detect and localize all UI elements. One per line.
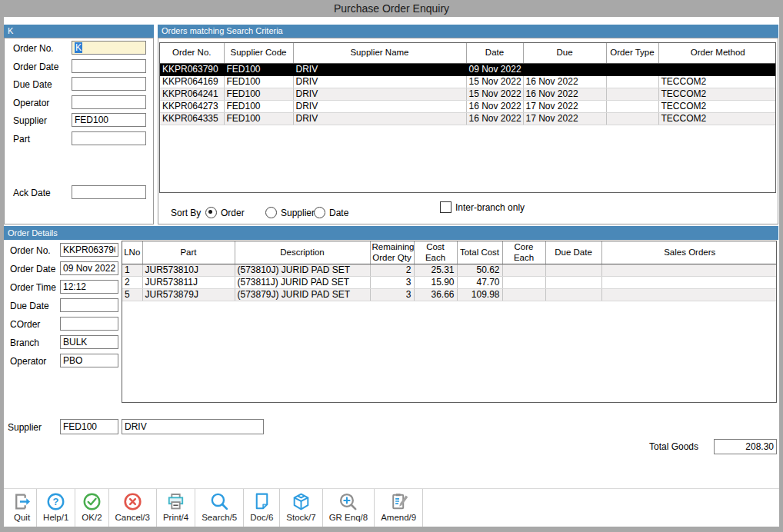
detail-operator-label: Operator xyxy=(10,356,46,367)
sort-order-radio[interactable] xyxy=(205,207,217,218)
order-lines-table: LNo Part Description Remaining Order Qty… xyxy=(122,241,777,403)
inter-branch-label[interactable]: Inter-branch only xyxy=(455,202,525,213)
col-date: Date xyxy=(466,43,523,64)
col-supplier-name: Supplier Name xyxy=(293,43,466,64)
detail-order-time-value[interactable] xyxy=(60,280,118,294)
stock-button[interactable]: Stock/7 xyxy=(280,489,322,527)
document-icon xyxy=(252,491,272,512)
detail-due-date-value[interactable] xyxy=(60,298,118,312)
search-order-no-label: Order No. xyxy=(13,43,54,54)
orders-table: Order No. Supplier Code Supplier Name Da… xyxy=(159,42,776,193)
window-title: Purchase Order Enquiry xyxy=(0,0,783,17)
sort-date-radio[interactable] xyxy=(314,207,325,218)
detail-corder-value[interactable] xyxy=(60,317,118,331)
search-order-date-label: Order Date xyxy=(13,62,58,72)
col-order-type: Order Type xyxy=(606,43,658,64)
stock-box-icon xyxy=(291,491,312,512)
sort-order-label[interactable]: Order xyxy=(221,208,245,218)
search-icon xyxy=(209,491,230,512)
col-remaining-qty: Remaining Order Qty xyxy=(370,241,414,264)
sort-date-label[interactable]: Date xyxy=(329,208,348,218)
toolbar: Quit ? Help/1 OK/2 xyxy=(4,488,779,527)
search-operator-input[interactable] xyxy=(72,95,146,109)
help-icon: ? xyxy=(45,491,66,512)
order-row[interactable]: KKPR064335FED100DRIV 16 Nov 202217 Nov 2… xyxy=(160,113,776,125)
detail-branch-value[interactable] xyxy=(60,335,118,349)
help-button[interactable]: ? Help/1 xyxy=(37,489,75,527)
total-goods-label: Total Goods xyxy=(635,441,698,452)
ok-icon xyxy=(82,491,102,512)
col-cost-each: Cost Each xyxy=(414,241,457,264)
detail-order-date-label: Order Date xyxy=(10,264,55,274)
sort-supplier-label[interactable]: Supplier xyxy=(281,208,315,218)
print-button[interactable]: Print/4 xyxy=(157,489,195,527)
quit-button[interactable]: Quit xyxy=(8,489,37,527)
sort-by-label: Sort By xyxy=(171,208,201,218)
detail-order-no-label: Order No. xyxy=(10,245,51,256)
detail-order-no-value[interactable] xyxy=(60,243,118,257)
col-lno: LNo xyxy=(122,241,142,264)
search-operator-label: Operator xyxy=(13,98,49,108)
order-row[interactable]: KKPR064273FED100DRIV 16 Nov 202217 Nov 2… xyxy=(160,101,776,113)
search-due-date-label: Due Date xyxy=(13,79,52,90)
search-part-label: Part xyxy=(13,134,30,145)
detail-branch-label: Branch xyxy=(10,337,39,348)
col-supplier-code: Supplier Code xyxy=(224,43,293,64)
orders-panel-header: Orders matching Search Criteria xyxy=(158,25,778,38)
orders-header-row: Order No. Supplier Code Supplier Name Da… xyxy=(160,43,776,64)
detail-due-date-label: Due Date xyxy=(10,301,49,311)
inter-branch-checkbox[interactable] xyxy=(440,201,451,213)
search-due-date-input[interactable] xyxy=(72,77,146,91)
order-line-row[interactable]: 5JUR573879J (573879J) JURID PAD SET3 36.… xyxy=(122,289,777,301)
order-line-row[interactable]: 1JUR573810J (573810J) JURID PAD SET2 25.… xyxy=(122,264,777,277)
order-details-header: Order Details xyxy=(4,226,778,240)
detail-order-time-label: Order Time xyxy=(10,282,56,293)
cancel-icon xyxy=(122,491,143,512)
col-sales-orders: Sales Orders xyxy=(601,241,777,264)
print-icon xyxy=(165,491,186,512)
detail-supplier-name[interactable] xyxy=(122,419,264,434)
lines-header-row: LNo Part Description Remaining Order Qty… xyxy=(122,241,777,264)
search-order-no-input[interactable]: K xyxy=(72,41,146,55)
search-panel-header: K xyxy=(4,25,154,38)
search-button[interactable]: Search/5 xyxy=(195,489,244,527)
search-supplier-label: Supplier xyxy=(13,115,47,126)
search-ack-date-label: Ack Date xyxy=(13,188,51,198)
detail-order-date-value[interactable] xyxy=(60,261,118,275)
window-content: K Order No. K Order Date Due Date Operat… xyxy=(4,17,779,527)
col-part: Part xyxy=(142,241,235,264)
col-total-cost: Total Cost xyxy=(457,241,502,264)
cancel-button[interactable]: Cancel/3 xyxy=(109,489,157,527)
order-row[interactable]: KKPR064169FED100DRIV 15 Nov 202216 Nov 2… xyxy=(160,76,776,88)
selected-text: K xyxy=(75,42,82,53)
sort-supplier-radio[interactable] xyxy=(265,207,277,218)
detail-supplier-code[interactable] xyxy=(60,419,118,434)
col-order-no: Order No. xyxy=(160,43,224,64)
search-part-input[interactable] xyxy=(72,131,146,145)
search-order-date-input[interactable] xyxy=(72,59,146,73)
search-ack-date-input[interactable] xyxy=(72,185,146,199)
amend-icon xyxy=(388,491,409,512)
detail-supplier-label: Supplier xyxy=(8,422,42,433)
doc-button[interactable]: Doc/6 xyxy=(244,489,280,527)
goods-received-enquiry-icon xyxy=(338,491,358,512)
detail-corder-label: COrder xyxy=(10,319,40,330)
col-order-method: Order Method xyxy=(658,43,776,64)
order-row-selected[interactable]: KKPR063790FED100DRIV 09 Nov 2022 xyxy=(160,64,776,76)
total-goods-value: 208.30 xyxy=(714,439,777,454)
svg-text:?: ? xyxy=(53,496,59,507)
col-core-each: Core Each xyxy=(502,241,545,264)
detail-operator-value[interactable] xyxy=(60,354,118,367)
search-supplier-input[interactable] xyxy=(72,113,146,127)
col-description: Description xyxy=(235,241,370,264)
amend-button[interactable]: Amend/9 xyxy=(375,489,423,527)
purchase-order-enquiry-window: Purchase Order Enquiry K Order No. K Ord… xyxy=(0,0,783,532)
quit-icon xyxy=(12,491,32,512)
gr-enq-button[interactable]: GR Enq/8 xyxy=(323,489,375,527)
col-due: Due xyxy=(523,43,606,64)
order-line-row[interactable]: 2JUR573811J (573811J) JURID PAD SET3 15.… xyxy=(122,277,777,289)
ok-button[interactable]: OK/2 xyxy=(75,489,108,527)
order-row[interactable]: KKPR064241FED100DRIV 15 Nov 202216 Nov 2… xyxy=(160,88,776,101)
col-line-due-date: Due Date xyxy=(545,241,601,264)
